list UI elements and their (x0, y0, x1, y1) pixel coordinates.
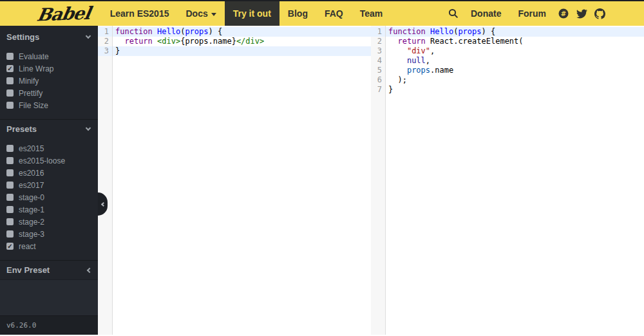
checkbox[interactable] (6, 145, 14, 152)
checkbox-item-react[interactable]: ✓react (0, 240, 98, 252)
twitter-icon[interactable] (573, 1, 591, 26)
section-header-settings[interactable]: Settings (0, 27, 98, 46)
checkbox-item-es2016[interactable]: es2016 (0, 167, 98, 179)
checkbox-label: Evaluate (19, 52, 49, 61)
nav-link-try-it-out[interactable]: Try it out (225, 1, 279, 26)
line-number: 7 (371, 85, 385, 95)
code-line: "div", (386, 46, 644, 56)
checkbox[interactable] (6, 77, 14, 84)
checkbox-label: es2017 (19, 181, 44, 190)
github-icon[interactable] (591, 1, 609, 26)
checkbox[interactable] (6, 157, 14, 164)
code-line: return <div>{props.name}</div> (113, 37, 371, 46)
editor-gutter: 1234567 (371, 26, 386, 335)
code-line: } (113, 46, 371, 56)
checkbox-label: react (19, 242, 36, 251)
editor-code: function Hello(props) { return React.cre… (386, 26, 644, 335)
checkbox[interactable] (6, 169, 14, 176)
nav-link-faq[interactable]: FAQ (316, 1, 352, 26)
search-icon[interactable] (444, 1, 462, 26)
line-number: 1 (371, 27, 385, 37)
nav-link-blog[interactable]: Blog (279, 1, 316, 26)
checkbox[interactable] (6, 206, 14, 213)
navbar-right: Donate Forum # (444, 1, 644, 26)
sidebar: Settings Evaluate✓Line WrapMinifyPrettif… (0, 26, 98, 335)
presets-items: es2015es2015-loosees2016es2017stage-0sta… (0, 138, 98, 260)
line-number: 2 (371, 37, 385, 46)
checkbox-label: stage-3 (19, 230, 44, 239)
checkbox[interactable]: ✓ (6, 243, 14, 250)
checkbox-item-es2015-loose[interactable]: es2015-loose (0, 154, 98, 167)
checkbox[interactable] (6, 89, 14, 97)
checkbox[interactable] (6, 102, 14, 109)
checkbox-label: File Size (19, 101, 48, 110)
code-line: props.name (386, 66, 644, 75)
section-header-presets[interactable]: Presets (0, 119, 98, 138)
navbar: Babel Learn ES2015 Docs Try it out Blog … (0, 0, 644, 26)
checkbox-item-Minify[interactable]: Minify (0, 75, 98, 87)
checkbox-label: es2015-loose (19, 156, 65, 165)
nav-link-team[interactable]: Team (352, 1, 392, 26)
svg-text:#: # (561, 10, 566, 17)
chevron-left-icon (101, 201, 106, 206)
chevron-left-icon (87, 267, 92, 272)
checkbox-label: es2016 (19, 169, 44, 178)
chevron-down-icon (86, 126, 91, 131)
code-line: function Hello(props) { (386, 27, 644, 37)
checkbox-label: Line Wrap (19, 64, 53, 73)
main-area: Settings Evaluate✓Line WrapMinifyPrettif… (0, 26, 644, 335)
checkbox-label: Prettify (19, 89, 43, 98)
chevron-down-icon (86, 33, 91, 38)
code-line: } (386, 85, 644, 95)
code-line: ); (386, 75, 644, 85)
checkbox-item-es2017[interactable]: es2017 (0, 179, 98, 191)
checkbox-label: stage-2 (19, 218, 44, 227)
slack-icon[interactable]: # (554, 1, 573, 26)
checkbox-label: stage-1 (19, 205, 44, 214)
line-number: 1 (98, 27, 112, 37)
editor-code: function Hello(props) { return <div>{pro… (113, 26, 371, 335)
donate-link[interactable]: Donate (462, 8, 509, 19)
line-number: 3 (98, 46, 112, 56)
babel-logo[interactable]: Babel (35, 3, 92, 24)
settings-items: Evaluate✓Line WrapMinifyPrettifyFile Siz… (0, 46, 98, 119)
checkbox-item-Line Wrap[interactable]: ✓Line Wrap (0, 62, 98, 75)
checkbox-item-stage-3[interactable]: stage-3 (0, 228, 98, 240)
checkbox-label: stage-0 (19, 193, 44, 202)
output-editor[interactable]: 1234567 function Hello(props) { return R… (371, 26, 644, 335)
checkbox[interactable] (6, 218, 14, 225)
line-number: 5 (371, 66, 385, 75)
checkbox[interactable] (6, 194, 14, 201)
code-line: function Hello(props) { (113, 27, 371, 37)
checkbox[interactable] (6, 230, 14, 238)
code-line: return React.createElement( (386, 37, 644, 46)
checkbox-label: es2015 (19, 144, 44, 153)
nav-link-docs[interactable]: Docs (177, 1, 224, 26)
section-header-env-preset[interactable]: Env Preset (0, 260, 98, 279)
checkbox-item-stage-0[interactable]: stage-0 (0, 191, 98, 203)
caret-down-icon (211, 13, 216, 16)
checkbox[interactable] (6, 182, 14, 189)
checkbox[interactable]: ✓ (6, 65, 14, 72)
nav-link-learn-es2015[interactable]: Learn ES2015 (102, 1, 178, 26)
env-preset-body (0, 279, 98, 315)
source-editor[interactable]: 123 function Hello(props) { return <div>… (98, 26, 371, 335)
checkbox-item-File Size[interactable]: File Size (0, 99, 98, 111)
checkbox-item-Prettify[interactable]: Prettify (0, 87, 98, 99)
line-number: 4 (371, 56, 385, 66)
version-label: v6.26.0 (0, 315, 98, 335)
checkbox-item-Evaluate[interactable]: Evaluate (0, 50, 98, 62)
checkbox-item-es2015[interactable]: es2015 (0, 142, 98, 154)
checkbox-item-stage-2[interactable]: stage-2 (0, 216, 98, 228)
checkbox-item-stage-1[interactable]: stage-1 (0, 203, 98, 216)
line-number: 3 (371, 46, 385, 56)
code-line: null, (386, 56, 644, 66)
checkbox-label: Minify (19, 77, 39, 86)
forum-link[interactable]: Forum (509, 8, 554, 19)
line-number: 6 (371, 75, 385, 85)
line-number: 2 (98, 37, 112, 46)
editor-gutter: 123 (98, 26, 113, 335)
checkbox[interactable] (6, 53, 14, 60)
